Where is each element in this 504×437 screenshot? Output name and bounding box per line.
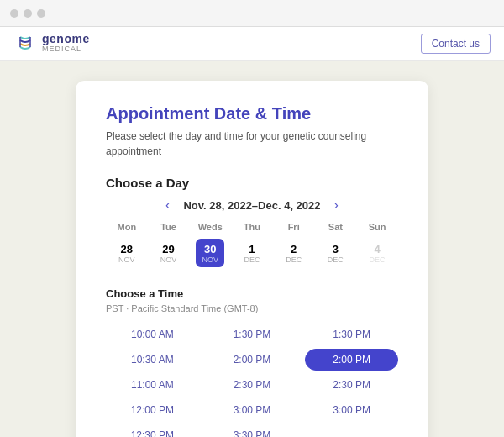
contact-button[interactable]: Contact us [421, 34, 491, 54]
day-month: DEC [370, 255, 386, 264]
time-slot[interactable]: 2:00 PM [305, 349, 398, 371]
logo-area: genome MEDICAL [13, 32, 90, 55]
logo-genome: genome [42, 33, 90, 45]
logo-text: genome MEDICAL [42, 33, 90, 54]
day-month: NOV [202, 255, 218, 264]
calendar-header-cell: Mon [106, 218, 148, 235]
day-number: 2 [291, 243, 297, 255]
calendar-day[interactable]: 3DEC [321, 239, 349, 267]
browser-dot-red [10, 9, 18, 18]
time-grid: 10:00 AM1:30 PM1:30 PM10:30 AM2:00 PM2:0… [106, 324, 398, 437]
day-month: NOV [118, 255, 135, 264]
day-month: DEC [328, 255, 344, 264]
day-number: 28 [121, 243, 133, 255]
time-slot[interactable]: 1:30 PM [305, 324, 398, 345]
calendar-prev-button[interactable]: ‹ [162, 198, 173, 212]
calendar-next-button[interactable]: › [331, 198, 342, 212]
calendar-day[interactable]: 30NOV [196, 239, 224, 267]
time-slot[interactable]: 12:30 PM [106, 424, 199, 437]
calendar-day: 4DEC [363, 239, 391, 267]
day-number: 4 [374, 243, 380, 255]
time-slot[interactable]: 3:00 PM [206, 399, 299, 421]
choose-day-label: Choose a Day [106, 176, 398, 190]
calendar-day-cell: 28NOV [106, 235, 148, 271]
time-slot[interactable]: 12:00 PM [106, 399, 199, 421]
time-slot [305, 424, 398, 437]
browser-bar [0, 0, 504, 27]
calendar-header-cell: Sat [315, 218, 357, 235]
calendar-day-cell: 4DEC [356, 235, 398, 271]
timezone-label: PST · Pacific Standard Time (GMT-8) [106, 303, 398, 313]
time-slot[interactable]: 10:00 AM [106, 324, 199, 345]
day-number: 1 [249, 243, 255, 255]
time-slot[interactable]: 10:30 AM [106, 349, 199, 371]
calendar-day-cell: 30NOV [189, 235, 231, 271]
calendar-grid: MonTueWedsThuFriSatSun 28NOV29NOV30NOV1D… [106, 218, 398, 271]
day-month: DEC [286, 255, 302, 264]
browser-dot-yellow [24, 9, 32, 18]
time-slot[interactable]: 2:00 PM [206, 349, 299, 371]
time-slot[interactable]: 3:00 PM [305, 399, 398, 421]
time-slot[interactable]: 1:30 PM [206, 324, 299, 345]
calendar-day[interactable]: 2DEC [280, 239, 308, 267]
choose-time-label: Choose a Time [106, 287, 398, 300]
logo-icon [13, 32, 37, 55]
appointment-card: Appointment Date & Time Please select th… [76, 81, 428, 437]
time-slot[interactable]: 3:30 PM [206, 424, 299, 437]
calendar-day-cell: 2DEC [273, 235, 315, 271]
card-subtitle: Please select the day and time for your … [106, 129, 398, 159]
calendar-day-cell: 1DEC [231, 235, 273, 271]
day-number: 30 [204, 243, 216, 255]
card-title: Appointment Date & Time [106, 104, 398, 124]
logo-medical: MEDICAL [42, 45, 90, 54]
day-number: 29 [162, 243, 174, 255]
calendar-header-cell: Weds [189, 218, 231, 235]
calendar-days-row: 28NOV29NOV30NOV1DEC2DEC3DEC4DEC [106, 235, 398, 271]
nav-bar: genome MEDICAL Contact us [0, 27, 504, 61]
calendar-header-cell: Thu [231, 218, 273, 235]
page-background: Appointment Date & Time Please select th… [0, 61, 504, 437]
day-month: DEC [244, 255, 260, 264]
calendar-day-cell: 29NOV [148, 235, 190, 271]
calendar-day[interactable]: 1DEC [238, 239, 266, 267]
calendar-header-cell: Tue [148, 218, 190, 235]
calendar-nav: ‹ Nov. 28, 2022–Dec. 4, 2022 › [106, 198, 398, 212]
calendar-range: Nov. 28, 2022–Dec. 4, 2022 [183, 199, 320, 212]
calendar-header-row: MonTueWedsThuFriSatSun [106, 218, 398, 235]
time-slot[interactable]: 2:30 PM [305, 374, 398, 396]
time-slot[interactable]: 2:30 PM [206, 374, 299, 396]
calendar-day[interactable]: 29NOV [155, 239, 183, 267]
calendar-header-cell: Sun [356, 218, 398, 235]
calendar-day-cell: 3DEC [315, 235, 357, 271]
calendar-day[interactable]: 28NOV [113, 239, 141, 267]
calendar-header-cell: Fri [273, 218, 315, 235]
day-month: NOV [160, 255, 177, 264]
time-slot[interactable]: 11:00 AM [106, 374, 199, 396]
browser-dot-green [37, 9, 45, 18]
day-number: 3 [333, 243, 339, 255]
